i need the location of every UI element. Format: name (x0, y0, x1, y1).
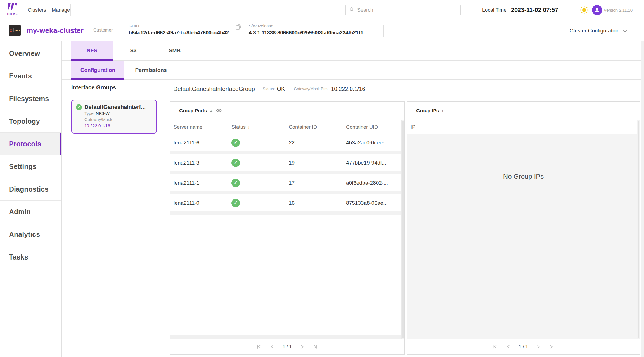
sidebar-item-filesystems[interactable]: Filesystems (0, 87, 61, 110)
group-ips-pagination: 1 / 1 (407, 339, 640, 354)
sidebar-item-label: Admin (9, 208, 31, 216)
sidebar-item-tasks[interactable]: Tasks (0, 246, 61, 268)
group-ports-title: Group Ports (179, 108, 207, 114)
sidebar-item-label: Protocols (9, 140, 41, 148)
cell-status: ✓ (231, 199, 289, 207)
cell-container-id: 17 (289, 180, 346, 186)
eye-icon[interactable] (216, 108, 222, 114)
type-value: NFS-W (96, 111, 110, 116)
empty-state-text: No Group IPs (407, 173, 640, 180)
cell-server-name: lena2111-0 (174, 200, 231, 206)
sidebar-item-label: Events (9, 72, 32, 80)
oci-provider-icon: OCI (9, 25, 21, 36)
group-ips-count: 0 (442, 109, 444, 113)
last-page-button[interactable] (549, 344, 555, 350)
next-page-button[interactable] (535, 344, 541, 350)
group-ports-panel: Group Ports 4 Server name Status↓ Contai… (170, 101, 405, 355)
column-ip[interactable]: IP (411, 124, 640, 130)
cluster-configuration-menu[interactable]: Cluster Configuration (570, 20, 627, 41)
table-row[interactable]: lena2111-1✓17a0f6edba-2802-... (170, 174, 404, 191)
table-row[interactable]: lena2111-6✓224b3a2ac0-0cee-... (170, 134, 404, 151)
interface-groups-panel: Interface Groups ✓ DefaultGaneshaInterf.… (62, 80, 166, 357)
interface-group-card[interactable]: ✓ DefaultGaneshaInterf... Type: NFS-W Ga… (71, 100, 157, 134)
protocol-sub-tabs: ConfigurationPermissions (62, 61, 641, 80)
sidebar-item-diagnostics[interactable]: Diagnostics (0, 178, 61, 201)
cell-server-name: lena2111-1 (174, 180, 231, 186)
search-box[interactable] (345, 4, 461, 16)
cell-container-id: 19 (289, 160, 346, 166)
row-separator (170, 191, 404, 194)
group-ips-column-headers: IP (407, 120, 640, 134)
table-row[interactable]: lena2111-0✓16875133a8-06ae... (170, 194, 404, 211)
group-ports-scrollbar[interactable] (401, 120, 404, 339)
cell-container-id: 16 (289, 200, 346, 206)
local-time-label: Local Time (482, 0, 506, 20)
group-ips-panel: Group IPs 0 IP No Group IPs 1 / 1 (407, 101, 640, 355)
tab-configuration[interactable]: Configuration (71, 61, 124, 79)
weka-home-logo[interactable]: HOME (4, 2, 21, 18)
column-server-name[interactable]: Server name (174, 124, 231, 130)
home-label: HOME (7, 12, 18, 16)
user-avatar-icon[interactable] (592, 5, 602, 15)
column-container-uid[interactable]: Container UID (346, 124, 404, 130)
group-ports-pagination: 1 / 1 (170, 339, 404, 354)
last-page-button[interactable] (312, 344, 319, 350)
status-ok-icon: ✓ (231, 139, 240, 147)
first-page-button[interactable] (492, 344, 498, 350)
sidebar-item-protocols[interactable]: Protocols (0, 133, 61, 155)
weka-logo-icon (8, 2, 18, 12)
top-nav-bar: HOME Clusters Manage Local Time 2023-11-… (0, 0, 644, 20)
interface-groups-title: Interface Groups (71, 84, 116, 91)
tab-permissions[interactable]: Permissions (124, 61, 177, 79)
app-window: HOME Clusters Manage Local Time 2023-11-… (0, 0, 644, 357)
sidebar-item-topology[interactable]: Topology (0, 110, 61, 133)
sidebar-item-settings[interactable]: Settings (0, 155, 61, 178)
nav-item-manage[interactable]: Manage (52, 0, 70, 20)
version-label: Version 2.11.10 (604, 0, 633, 20)
sidebar-item-label: Filesystems (9, 95, 49, 103)
nav-item-clusters[interactable]: Clusters (28, 0, 46, 20)
cell-server-name: lena2111-6 (174, 140, 231, 146)
search-input[interactable] (357, 7, 460, 13)
sidebar-item-overview[interactable]: Overview (0, 42, 61, 65)
sidebar-item-label: Overview (9, 49, 40, 58)
tab-nfs[interactable]: NFS (71, 41, 113, 60)
status-ok-icon: ✓ (231, 199, 240, 207)
previous-page-button[interactable] (505, 344, 512, 350)
next-page-button[interactable] (299, 344, 305, 350)
cell-container-uid: 477bbe19-94df... (346, 160, 404, 166)
protocol-tabs: NFSS3SMB (62, 41, 641, 61)
sidebar-item-label: Settings (9, 163, 37, 171)
group-ports-table-body: lena2111-6✓224b3a2ac0-0cee-...lena2111-3… (170, 134, 404, 339)
group-ips-table-body: No Group IPs (407, 134, 640, 339)
previous-page-button[interactable] (269, 344, 275, 350)
theme-sun-icon[interactable] (579, 5, 589, 16)
column-container-id[interactable]: Container ID (289, 124, 346, 130)
sidebar-item-events[interactable]: Events (0, 65, 61, 87)
sw-release-value: 4.3.1.11338-8066600c625950f3faf05ca234f5… (249, 30, 363, 36)
sidebar-item-label: Diagnostics (9, 185, 49, 193)
copy-guid-icon[interactable] (236, 24, 241, 31)
interface-group-detail: DefaultGaneshaInterfaceGroup Status: OK … (166, 80, 641, 357)
sort-descending-icon: ↓ (248, 125, 250, 130)
tab-smb[interactable]: SMB (154, 41, 195, 60)
sidebar-item-admin[interactable]: Admin (0, 201, 61, 223)
table-row[interactable]: lena2111-3✓19477bbe19-94df... (170, 154, 404, 171)
sidebar-item-label: Analytics (9, 230, 40, 239)
status-label: Status: (263, 87, 275, 91)
cell-container-uid: 875133a8-06ae... (346, 200, 404, 206)
status-ok-icon: ✓ (231, 159, 240, 167)
gateway-mask-value: 10.222.0.1/16 (84, 123, 110, 128)
group-ips-scrollbar[interactable] (637, 120, 640, 339)
sidebar-item-analytics[interactable]: Analytics (0, 223, 61, 246)
tab-s3[interactable]: S3 (113, 41, 154, 60)
cell-container-uid: 4b3a2ac0-0cee-... (346, 140, 404, 146)
gateway-mask-bits-label: Gateway/Mask Bits: (294, 87, 328, 91)
guid-label: GUID (129, 23, 139, 28)
page-scrollbar[interactable] (641, 41, 644, 357)
customer-label: Customer (93, 28, 113, 33)
first-page-button[interactable] (256, 344, 262, 350)
cluster-header-bar: OCI my-weka-cluster Customer GUID b64c12… (0, 20, 644, 41)
column-status[interactable]: Status↓ (231, 124, 289, 130)
sidebar: OverviewEventsFilesystemsTopologyProtoco… (0, 41, 62, 357)
